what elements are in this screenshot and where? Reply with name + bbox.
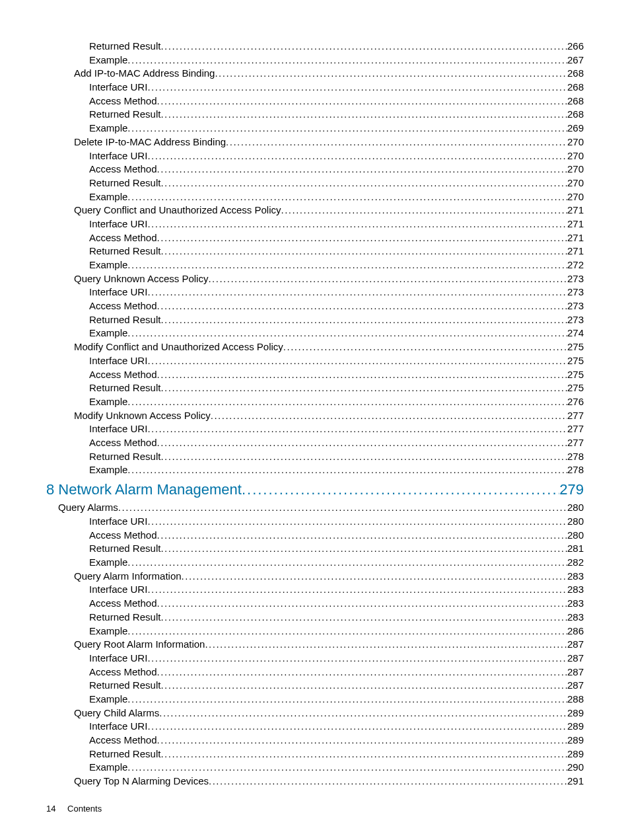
toc-entry[interactable]: Interface URI268	[46, 81, 584, 95]
toc-entry-label: Returned Result	[89, 450, 160, 464]
toc-entry[interactable]: Query Unknown Access Policy273	[46, 272, 584, 286]
toc-entry[interactable]: Example270	[46, 190, 584, 204]
toc-dot-leader	[211, 409, 567, 423]
toc-entry-label: Returned Result	[89, 679, 160, 693]
toc-dot-leader	[147, 217, 567, 231]
toc-entry[interactable]: Returned Result283	[46, 611, 584, 625]
toc-entry-label: Example	[89, 463, 127, 477]
toc-entry[interactable]: Interface URI277	[46, 422, 584, 436]
toc-entry-label: 8 Network Alarm Management	[46, 480, 242, 500]
toc-entry[interactable]: Interface URI283	[46, 583, 584, 597]
toc-dot-leader	[159, 706, 567, 720]
toc-entry[interactable]: Interface URI289	[46, 720, 584, 734]
toc-entry[interactable]: Returned Result273	[46, 313, 584, 327]
toc-entry-page: 271	[567, 231, 584, 245]
toc-entry[interactable]: Interface URI273	[46, 286, 584, 299]
toc-entry[interactable]: Example269	[46, 122, 584, 135]
toc-entry[interactable]: Access Method275	[46, 368, 584, 382]
toc-entry-label: Interface URI	[89, 81, 147, 95]
toc-entry-label: Example	[89, 395, 127, 409]
toc-entry-label: Returned Result	[89, 176, 160, 190]
toc-entry[interactable]: Interface URI271	[46, 217, 584, 231]
toc-entry-page: 277	[567, 409, 584, 423]
toc-entry-page: 267	[567, 54, 584, 67]
toc-entry[interactable]: Returned Result281	[46, 542, 584, 556]
toc-entry-label: Example	[89, 122, 127, 135]
toc-dot-leader	[127, 190, 567, 204]
toc-entry[interactable]: Access Method280	[46, 529, 584, 543]
toc-entry[interactable]: Example290	[46, 761, 584, 775]
toc-dot-leader	[160, 176, 567, 190]
toc-entry[interactable]: Returned Result268	[46, 108, 584, 122]
toc-entry[interactable]: Access Method271	[46, 231, 584, 245]
toc-entry[interactable]: Example278	[46, 463, 584, 477]
toc-entry[interactable]: Example267	[46, 54, 584, 67]
toc-entry[interactable]: Access Method270	[46, 163, 584, 176]
toc-entry[interactable]: Example272	[46, 258, 584, 272]
toc-entry[interactable]: Returned Result278	[46, 450, 584, 464]
toc-entry-label: Access Method	[89, 597, 157, 611]
toc-dot-leader	[160, 747, 567, 761]
toc-entry[interactable]: Returned Result289	[46, 747, 584, 761]
toc-entry[interactable]: Interface URI287	[46, 652, 584, 666]
toc-entry[interactable]: Interface URI270	[46, 149, 584, 163]
toc-entry[interactable]: Query Alarm Information283	[46, 570, 584, 584]
toc-entry[interactable]: Example286	[46, 625, 584, 638]
toc-entry[interactable]: Query Conflict and Unauthorized Access P…	[46, 204, 584, 217]
toc-dot-leader	[157, 734, 567, 747]
toc-dot-leader	[147, 422, 567, 436]
toc-entry[interactable]: Example288	[46, 693, 584, 706]
toc-dot-leader	[157, 368, 567, 382]
toc-entry[interactable]: Example282	[46, 556, 584, 570]
toc-dot-leader	[127, 761, 567, 775]
toc-entry[interactable]: Returned Result275	[46, 381, 584, 395]
toc-entry[interactable]: Add IP-to-MAC Address Binding268	[46, 67, 584, 81]
toc-dot-leader	[160, 381, 567, 395]
toc-entry[interactable]: Example276	[46, 395, 584, 409]
toc-entry[interactable]: Modify Unknown Access Policy277	[46, 409, 584, 423]
toc-dot-leader	[147, 652, 567, 666]
toc-entry-page: 266	[567, 40, 584, 54]
toc-dot-leader	[127, 326, 567, 340]
toc-entry-page: 275	[567, 381, 584, 395]
toc-dot-leader	[157, 666, 567, 679]
toc-dot-leader	[147, 720, 567, 734]
toc-entry[interactable]: Access Method287	[46, 666, 584, 679]
toc-entry[interactable]: Access Method273	[46, 299, 584, 313]
toc-entry[interactable]: Access Method277	[46, 436, 584, 450]
toc-entry[interactable]: Returned Result287	[46, 679, 584, 693]
toc-dot-leader	[157, 436, 567, 450]
toc-entry[interactable]: Returned Result270	[46, 176, 584, 190]
toc-entry-page: 268	[567, 81, 584, 95]
toc-entry-page: 270	[567, 135, 584, 149]
toc-entry-page: 283	[567, 597, 584, 611]
toc-entry[interactable]: Query Top N Alarming Devices291	[46, 775, 584, 788]
toc-entry[interactable]: Query Child Alarms289	[46, 706, 584, 720]
toc-entry[interactable]: Delete IP-to-MAC Address Binding270	[46, 135, 584, 149]
toc-entry-label: Query Top N Alarming Devices	[74, 775, 209, 788]
toc-entry[interactable]: Query Alarms280	[46, 501, 584, 515]
toc-entry[interactable]: Returned Result271	[46, 245, 584, 258]
toc-entry-label: Query Alarms	[58, 501, 118, 515]
toc-dot-leader	[281, 204, 567, 217]
toc-entry-label: Access Method	[89, 95, 157, 108]
toc-entry[interactable]: Interface URI275	[46, 354, 584, 368]
toc-entry-page: 268	[567, 95, 584, 108]
toc-entry-label: Returned Result	[89, 313, 160, 327]
toc-entry[interactable]: 8 Network Alarm Management279	[46, 480, 584, 500]
toc-dot-leader	[283, 340, 567, 354]
toc-entry[interactable]: Access Method268	[46, 95, 584, 108]
toc-entry[interactable]: Access Method289	[46, 734, 584, 747]
toc-dot-leader	[157, 529, 567, 543]
toc-entry-label: Access Method	[89, 368, 157, 382]
toc-entry[interactable]: Returned Result266	[46, 40, 584, 54]
toc-entry-label: Interface URI	[89, 652, 147, 666]
toc-entry[interactable]: Interface URI280	[46, 515, 584, 529]
toc-entry[interactable]: Access Method283	[46, 597, 584, 611]
toc-entry[interactable]: Modify Conflict and Unauthorized Access …	[46, 340, 584, 354]
toc-dot-leader	[182, 570, 567, 584]
toc-entry-label: Returned Result	[89, 108, 160, 122]
toc-entry-label: Example	[89, 693, 127, 706]
toc-entry[interactable]: Query Root Alarm Information287	[46, 638, 584, 652]
toc-entry[interactable]: Example274	[46, 326, 584, 340]
